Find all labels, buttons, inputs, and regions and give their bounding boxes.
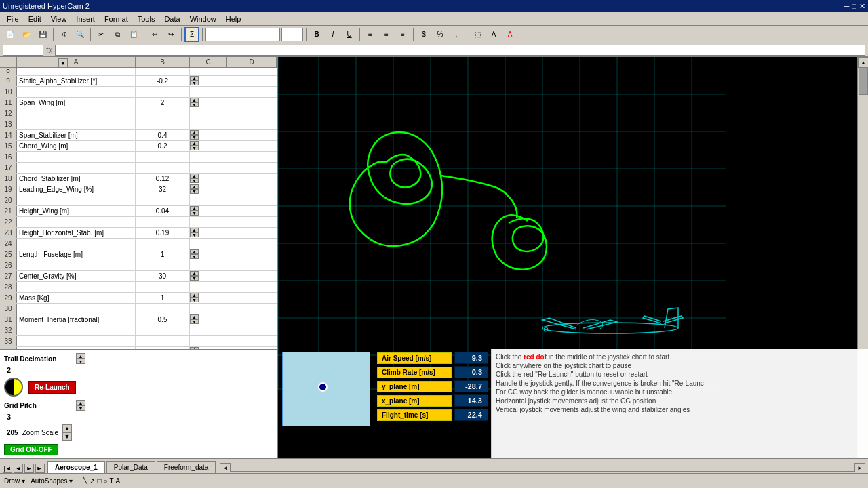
underline-btn[interactable]: U — [342, 27, 357, 42]
name-box[interactable]: A46 — [3, 45, 43, 56]
table-row[interactable]: 30 — [0, 304, 277, 314]
cell-b[interactable] — [136, 260, 190, 270]
cell-b[interactable] — [136, 87, 190, 97]
spin-down-btn[interactable]: ▼ — [190, 178, 199, 183]
spin-down-btn[interactable]: ▼ — [190, 189, 199, 194]
h-scroll-right[interactable]: ► — [854, 463, 865, 472]
align-right-btn[interactable]: ≡ — [395, 27, 410, 42]
cell-a[interactable] — [17, 239, 136, 249]
cell-b[interactable] — [136, 195, 190, 205]
cell-a[interactable] — [17, 68, 136, 75]
cell-a[interactable] — [17, 217, 136, 227]
menu-tools[interactable]: Tools — [134, 14, 159, 24]
table-row[interactable]: 31Moment_Inertia [fractional]0.5▲▼ — [0, 314, 277, 325]
cell-a[interactable] — [17, 260, 136, 270]
spin-down-btn[interactable]: ▼ — [190, 276, 199, 281]
tab-nav-prev[interactable]: ◄ — [14, 464, 23, 473]
cell-a[interactable]: Chord_Wing [m] — [17, 141, 136, 151]
cell-b[interactable]: 0.2 — [136, 141, 190, 151]
spin-up-btn[interactable]: ▲ — [190, 130, 199, 135]
spin-down-btn[interactable]: ▼ — [190, 146, 199, 150]
menu-insert[interactable]: Insert — [72, 14, 99, 24]
font-selector[interactable]: Arial — [205, 28, 280, 41]
draw-label[interactable]: Draw ▾ — [4, 477, 25, 485]
cell-a[interactable]: Span_Wing [m] — [17, 98, 136, 108]
cell-a[interactable]: Span_Stabilizer [m] — [17, 130, 136, 140]
cell-b[interactable] — [136, 163, 190, 173]
align-left-btn[interactable]: ≡ — [363, 27, 378, 42]
spin-down-btn[interactable]: ▼ — [190, 319, 199, 324]
spin-up-btn[interactable]: ▲ — [190, 314, 199, 319]
tab-freeform[interactable]: Freeform_data — [157, 461, 216, 473]
menu-window[interactable]: Window — [186, 14, 220, 24]
cell-a[interactable] — [17, 163, 136, 173]
preview-btn[interactable]: 🔍 — [73, 27, 87, 42]
grid-pitch-spin-up[interactable]: ▲ — [76, 400, 85, 405]
fill-color-btn[interactable]: A — [486, 27, 501, 42]
undo-btn[interactable]: ↩ — [147, 27, 162, 42]
table-row[interactable]: 28 — [0, 282, 277, 293]
cell-a[interactable]: Leading_Edge_Wing [%] — [17, 184, 136, 195]
menu-view[interactable]: View — [47, 14, 71, 24]
menu-file[interactable]: File — [3, 14, 23, 24]
minimize-btn[interactable]: ─ — [844, 2, 850, 11]
cell-b[interactable] — [136, 304, 190, 314]
paste-btn[interactable]: 📋 — [126, 27, 141, 42]
cell-b[interactable]: 0.04 — [136, 206, 190, 216]
cell-b[interactable]: 0.5 — [136, 314, 190, 325]
spin-up-btn[interactable]: ▲ — [190, 271, 199, 276]
table-row[interactable]: 20 — [0, 195, 277, 206]
draw-tool-2[interactable]: ↗ — [90, 477, 95, 485]
cell-b[interactable] — [136, 119, 190, 129]
cell-b[interactable]: 0.19 — [136, 228, 190, 238]
italic-btn[interactable]: I — [326, 27, 340, 42]
spin-down-btn[interactable]: ▼ — [190, 254, 199, 259]
table-row[interactable]: 16 — [0, 152, 277, 163]
spin-up-btn[interactable]: ▲ — [190, 76, 199, 81]
table-row[interactable]: 32 — [0, 325, 277, 336]
cell-b[interactable] — [136, 239, 190, 249]
cell-b[interactable]: -0.2 — [136, 76, 190, 86]
menu-format[interactable]: Format — [100, 14, 132, 24]
table-row[interactable]: 9Static_Alpha_Stabilizer [°]-0.2▲▼ — [0, 76, 277, 87]
tab-nav-next[interactable]: ► — [24, 464, 34, 473]
cell-b[interactable]: 0.12 — [136, 174, 190, 184]
spin-up-btn[interactable]: ▲ — [190, 174, 199, 178]
spin-down-btn[interactable]: ▼ — [190, 298, 199, 302]
spin-up-btn[interactable]: ▲ — [190, 249, 199, 254]
cell-b[interactable]: 30 — [136, 271, 190, 281]
joystick-dot[interactable] — [318, 382, 328, 392]
trail-spin-up[interactable]: ▲ — [76, 353, 85, 359]
font-color-btn[interactable]: A — [502, 27, 517, 42]
table-row[interactable]: 13 — [0, 119, 277, 130]
print-btn[interactable]: 🖨 — [56, 27, 71, 42]
table-row[interactable]: 8 — [0, 68, 277, 76]
bold-btn[interactable]: B — [309, 27, 324, 42]
cell-a[interactable] — [17, 152, 136, 162]
table-row[interactable]: 24 — [0, 239, 277, 249]
zoom-spin-up[interactable]: ▲ — [62, 424, 72, 432]
comma-btn[interactable]: , — [449, 27, 464, 42]
draw-tool-4[interactable]: ○ — [103, 477, 107, 485]
tab-nav-last[interactable]: ►| — [35, 464, 45, 473]
h-scroll-left[interactable]: ◄ — [220, 463, 231, 472]
cell-a[interactable] — [17, 195, 136, 205]
table-row[interactable]: 27Center_Gravity [%]30▲▼ — [0, 271, 277, 282]
scroll-thumb[interactable] — [859, 68, 868, 95]
cell-a[interactable] — [17, 108, 136, 119]
table-row[interactable]: 23Height_Horizontal_Stab. [m]0.19▲▼ — [0, 228, 277, 239]
cell-a[interactable]: Center_Gravity [%] — [17, 271, 136, 281]
draw-tool-6[interactable]: A — [116, 477, 121, 485]
tab-polar[interactable]: Polar_Data — [106, 461, 155, 473]
grid-on-off-button[interactable]: Grid ON-OFF — [4, 444, 58, 455]
cell-a[interactable]: Chord_Stabilizer [m] — [17, 174, 136, 184]
spin-down-btn[interactable]: ▼ — [190, 211, 199, 216]
cell-a[interactable]: Height_Wing [m] — [17, 206, 136, 216]
trail-spin-down[interactable]: ▼ — [76, 359, 85, 364]
cell-a[interactable]: Length_Fuselage [m] — [17, 249, 136, 260]
autoshapes-label[interactable]: AutoShapes ▾ — [31, 477, 73, 485]
cell-a[interactable] — [17, 87, 136, 97]
cell-b[interactable] — [136, 217, 190, 227]
spin-up-btn[interactable]: ▲ — [190, 184, 199, 189]
cell-a[interactable]: Height_Horizontal_Stab. [m] — [17, 228, 136, 238]
